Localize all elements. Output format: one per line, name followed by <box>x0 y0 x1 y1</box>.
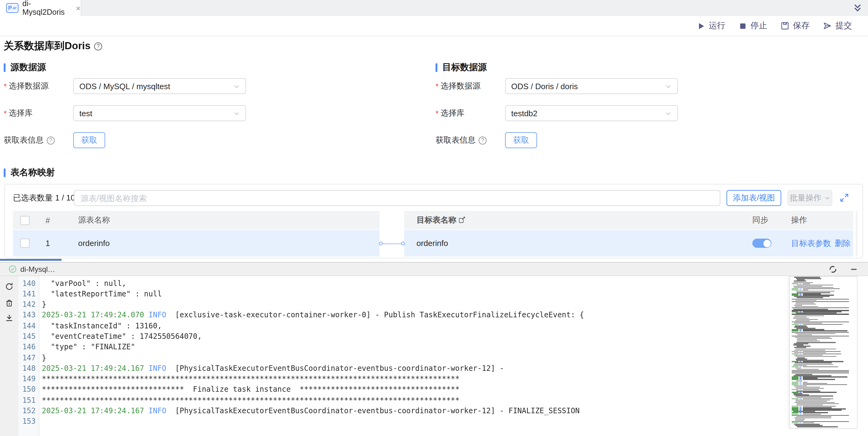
header-checkbox[interactable] <box>20 211 30 229</box>
log-line: 1482025-03-21 17:49:24.167 INFO [Physica… <box>0 364 868 374</box>
log-panel-header: di-Mysql… <box>0 262 868 276</box>
stop-icon <box>739 22 747 30</box>
log-line: 146 "type" : "FINALIZE" <box>0 342 868 353</box>
save-button[interactable]: 保存 <box>781 20 810 31</box>
target-table-params-link[interactable]: 目标表参数 <box>791 238 831 249</box>
target-fetch-label: 获取表信息 ? <box>436 135 487 146</box>
mapping-table-header: # 源表名称 目标表名称 同步 操作 <box>5 211 863 229</box>
stop-button[interactable]: 停止 <box>739 20 767 31</box>
chevron-down-icon <box>665 83 672 90</box>
success-check-icon <box>9 266 17 273</box>
header-index: # <box>45 211 50 229</box>
action-toolbar: 运行 停止 保存 提交 <box>0 16 868 36</box>
header-target-table: 目标表名称 <box>416 211 466 229</box>
log-line: 151*************************************… <box>0 396 868 406</box>
source-db-label: 选择库 <box>9 107 33 119</box>
header-sync: 同步 <box>752 211 768 229</box>
log-line: 150******************************** Fina… <box>0 385 868 396</box>
save-icon <box>781 22 789 30</box>
selected-count-label: 已选表数量 1 / 10 <box>13 190 75 206</box>
required-mark: * <box>4 82 7 91</box>
target-fetch-button[interactable]: 获取 <box>505 132 537 148</box>
chevron-down-icon <box>665 110 672 117</box>
tab-close-icon[interactable]: × <box>76 4 81 12</box>
required-mark: * <box>436 108 439 118</box>
row-checkbox[interactable] <box>20 230 30 256</box>
delete-link[interactable]: 删除 <box>835 238 851 249</box>
table-search-input[interactable] <box>74 190 720 206</box>
log-minimap[interactable] <box>789 276 858 428</box>
add-table-button[interactable]: 添加表/视图 <box>726 190 781 206</box>
section-accent-bar <box>436 63 437 72</box>
mapping-section-title: 表名称映射 <box>4 167 55 178</box>
header-actions: 操作 <box>791 211 807 229</box>
table-row: 1 orderinfo orderinfo 目标表参数 删除 <box>5 230 863 256</box>
log-line: 145 "eventCreateTime" : 1742550564070, <box>0 332 868 342</box>
sync-toggle[interactable] <box>752 230 771 256</box>
log-line: 153 <box>0 417 868 427</box>
target-fetch-row: 获取表信息 ? 获取 <box>436 132 487 148</box>
double-chevron-down-icon[interactable] <box>852 2 863 13</box>
source-db-row: * 选择库 test <box>4 105 33 121</box>
page-title: 关系数据库到Doris ? <box>4 39 102 53</box>
tab-bar: P di-Mysql2Doris × <box>0 0 868 17</box>
log-line: 142} <box>0 300 868 310</box>
log-refresh-icon[interactable] <box>829 265 837 274</box>
tab-di-mysql2doris[interactable]: P di-Mysql2Doris × <box>0 0 81 16</box>
fullscreen-icon[interactable] <box>840 193 849 202</box>
row-actions: 目标表参数 删除 <box>791 230 851 256</box>
fetch-help-icon[interactable]: ? <box>47 136 55 144</box>
source-datasource-row: * 选择数据源 ODS / MySQL / mysqltest <box>4 78 49 94</box>
batch-operation-button[interactable]: 批量操作 <box>787 190 832 206</box>
target-db-select[interactable]: testdb2 <box>505 105 678 121</box>
log-line: 147} <box>0 353 868 364</box>
log-line: 149*************************************… <box>0 374 868 385</box>
mapping-toolbar: 已选表数量 1 / 10 添加表/视图 批量操作 <box>5 190 863 206</box>
chevron-down-icon <box>233 110 240 117</box>
horizontal-scrollbar-thumb[interactable] <box>0 258 62 261</box>
source-fetch-label: 获取表信息 ? <box>4 135 55 146</box>
log-body: 140 "varPool" : null,141 "latestReportTi… <box>0 276 868 436</box>
log-minimize-icon[interactable] <box>849 265 858 274</box>
log-line: 1522025-03-21 17:49:24.167 INFO [Physica… <box>0 406 868 417</box>
source-fetch-button[interactable]: 获取 <box>73 132 105 148</box>
required-mark: * <box>4 108 7 118</box>
chevron-down-icon <box>824 195 830 201</box>
table-vertical-scrollbar[interactable] <box>856 211 858 256</box>
source-datasource-select[interactable]: ODS / MySQL / mysqltest <box>73 78 246 94</box>
target-datasource-label: 选择数据源 <box>440 81 480 92</box>
log-line: 144 "taskInstanceId" : 13160, <box>0 321 868 332</box>
mapping-panel: 已选表数量 1 / 10 添加表/视图 批量操作 # 源表名称 目标表名称 <box>4 184 863 258</box>
paper-plane-icon <box>823 22 832 30</box>
required-mark: * <box>436 82 439 91</box>
row-index: 1 <box>45 230 50 256</box>
log-line: 1432025-03-21 17:49:24.070 INFO [exclusi… <box>0 310 868 321</box>
app-root: P di-Mysql2Doris × 运行 停止 保存 提交 <box>0 0 868 436</box>
target-datasource-row: * 选择数据源 ODS / Doris / doris <box>436 78 480 94</box>
edit-icon[interactable] <box>458 216 466 224</box>
run-button[interactable]: 运行 <box>697 20 725 31</box>
target-datasource-select[interactable]: ODS / Doris / doris <box>505 78 678 94</box>
log-tab[interactable]: di-Mysql… <box>9 262 55 276</box>
section-accent-bar <box>4 168 5 177</box>
tab-title: di-Mysql2Doris <box>23 0 72 17</box>
row-target-table: orderinfo <box>416 230 448 256</box>
target-section: 目标数据源 * 选择数据源 ODS / Doris / doris * 选择库 … <box>436 62 864 160</box>
title-help-icon[interactable]: ? <box>94 42 102 50</box>
fetch-help-icon[interactable]: ? <box>478 136 487 144</box>
source-db-select[interactable]: test <box>73 105 246 121</box>
pipeline-badge-icon: P <box>6 3 19 13</box>
chevron-down-icon <box>233 83 240 90</box>
row-source-table: orderinfo <box>78 230 110 256</box>
mapping-connector <box>379 243 404 244</box>
submit-button[interactable]: 提交 <box>823 20 852 31</box>
target-db-row: * 选择库 testdb2 <box>436 105 464 121</box>
wave-glyph-icon <box>12 6 17 10</box>
log-line: 141 "latestReportTime" : null <box>0 289 868 300</box>
log-lines: 140 "varPool" : null,141 "latestReportTi… <box>0 278 868 427</box>
log-line: 140 "varPool" : null, <box>0 278 868 289</box>
play-icon <box>697 22 705 30</box>
source-fetch-row: 获取表信息 ? 获取 <box>4 132 55 148</box>
target-section-title: 目标数据源 <box>436 62 487 73</box>
source-datasource-label: 选择数据源 <box>9 81 49 92</box>
